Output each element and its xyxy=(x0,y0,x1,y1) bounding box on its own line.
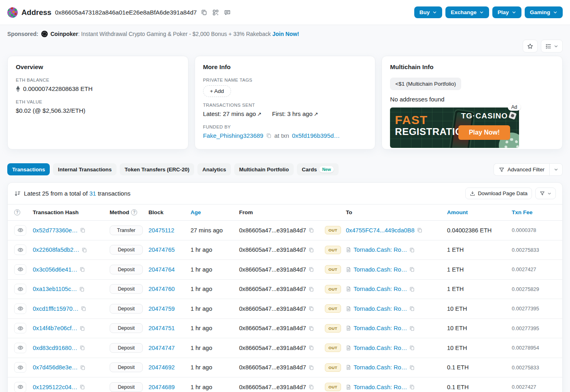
txn-hash-link[interactable]: 0x1295122c04… xyxy=(33,384,77,390)
tab-token-transfers-erc-20-[interactable]: Token Transfers (ERC-20) xyxy=(120,163,194,175)
copy-icon[interactable] xyxy=(82,247,87,253)
copy-icon[interactable] xyxy=(417,228,422,233)
copy-icon[interactable] xyxy=(409,384,415,390)
preview-txn-button[interactable] xyxy=(14,284,26,294)
to-address-link[interactable]: Tornado.Cash: Ro… xyxy=(354,247,407,253)
preview-txn-button[interactable] xyxy=(14,323,26,333)
external-link-icon[interactable]: ↗ xyxy=(257,111,262,117)
table-filter-button[interactable] xyxy=(535,188,556,199)
to-address-link[interactable]: 0x4755FC74...449cda0B8 xyxy=(346,227,415,234)
favorite-button[interactable] xyxy=(523,40,538,53)
preview-txn-button[interactable] xyxy=(14,264,26,275)
preview-txn-button[interactable] xyxy=(14,343,26,353)
copy-address-icon[interactable] xyxy=(200,8,208,16)
txn-hash-link[interactable]: 0xa13eb1105c… xyxy=(33,286,77,292)
copy-icon[interactable] xyxy=(80,228,85,233)
block-link[interactable]: 20474689 xyxy=(148,384,175,390)
copy-icon[interactable] xyxy=(409,287,415,292)
to-address-link[interactable]: Tornado.Cash: Ro… xyxy=(354,266,407,273)
block-link[interactable]: 20474751 xyxy=(148,325,175,331)
preview-txn-button[interactable] xyxy=(14,244,26,255)
txn-hash-link[interactable]: 0x22608fa5db2… xyxy=(33,247,79,253)
to-address-link[interactable]: Tornado.Cash: Ro… xyxy=(354,325,407,331)
ad-banner[interactable]: FAST REGISTRATION TG·CASINO Play Now! xyxy=(390,107,519,148)
copy-icon[interactable] xyxy=(80,326,85,331)
copy-icon[interactable] xyxy=(79,287,85,292)
preview-txn-button[interactable] xyxy=(14,362,26,373)
download-page-data-button[interactable]: Download Page Data xyxy=(465,188,532,199)
copy-icon[interactable] xyxy=(81,306,86,311)
funder-link[interactable]: Fake_Phishing323689 xyxy=(203,132,263,139)
copy-funder-icon[interactable] xyxy=(266,133,271,138)
gaming-dropdown-button[interactable]: Gaming xyxy=(525,6,563,18)
copy-icon[interactable] xyxy=(80,345,85,350)
multichain-portfolio-badge[interactable]: <$1 (Multichain Portfolio) xyxy=(390,78,461,90)
exchange-dropdown-button[interactable]: Exchange xyxy=(445,6,489,18)
tab-cards[interactable]: CardsNew xyxy=(297,163,339,175)
copy-icon[interactable] xyxy=(309,306,314,311)
copy-icon[interactable] xyxy=(409,306,415,311)
external-link-icon[interactable]: ↗ xyxy=(314,111,318,117)
to-address-link[interactable]: Tornado.Cash: Ro… xyxy=(354,345,407,351)
preview-txn-button[interactable] xyxy=(14,225,26,236)
sponsored-cta-link[interactable]: Join Now! xyxy=(272,31,299,37)
preview-txn-button[interactable] xyxy=(14,303,26,314)
preview-txn-button[interactable] xyxy=(14,382,26,392)
txn-hash-link[interactable]: 0x3c056d6e41… xyxy=(33,266,77,273)
copy-icon[interactable] xyxy=(309,345,314,350)
col-txn-fee[interactable]: Txn Fee xyxy=(512,209,556,215)
block-link[interactable]: 20474759 xyxy=(148,306,175,312)
copy-icon[interactable] xyxy=(309,228,314,233)
view-options-button[interactable] xyxy=(541,40,563,53)
copy-icon[interactable] xyxy=(80,384,85,390)
copy-icon[interactable] xyxy=(309,287,314,292)
txn-hash-link[interactable]: 0xcd1fffc15970… xyxy=(33,306,78,312)
tab-internal-transactions[interactable]: Internal Transactions xyxy=(53,163,117,175)
block-link[interactable]: 20474765 xyxy=(148,247,175,253)
tab-transactions[interactable]: Transactions xyxy=(7,163,50,175)
copy-icon[interactable] xyxy=(309,365,314,370)
advanced-filter-button[interactable]: Advanced Filter xyxy=(494,163,549,176)
copy-icon[interactable] xyxy=(80,267,85,272)
comment-icon[interactable] xyxy=(223,8,231,17)
add-name-tag-button[interactable]: + Add xyxy=(203,85,231,97)
total-transactions-link[interactable]: 31 xyxy=(89,190,96,197)
copy-icon[interactable] xyxy=(309,267,314,272)
to-address-link[interactable]: Tornado.Cash: Ro… xyxy=(354,384,407,390)
txn-hash-link[interactable]: 0xd83cd91680… xyxy=(33,345,77,351)
copy-icon[interactable] xyxy=(409,326,415,331)
to-address-link[interactable]: Tornado.Cash: Ro… xyxy=(354,286,407,292)
block-link[interactable]: 20474760 xyxy=(148,286,175,292)
advanced-filter-caret-button[interactable] xyxy=(549,163,563,176)
funding-txn-link[interactable]: 0x5fd196b395d… xyxy=(292,132,340,139)
block-link[interactable]: 20474747 xyxy=(148,345,175,351)
first-txn-value[interactable]: 3 hrs ago xyxy=(287,110,313,117)
to-address-link[interactable]: Tornado.Cash: Ro… xyxy=(354,364,407,371)
block-link[interactable]: 20474692 xyxy=(148,364,175,371)
tab-analytics[interactable]: Analytics xyxy=(197,163,231,175)
copy-icon[interactable] xyxy=(409,247,415,253)
help-icon[interactable]: ? xyxy=(131,209,137,215)
copy-icon[interactable] xyxy=(309,384,314,390)
copy-icon[interactable] xyxy=(409,345,415,350)
to-address-link[interactable]: Tornado.Cash: Ro… xyxy=(354,306,407,312)
copy-icon[interactable] xyxy=(309,247,314,253)
col-age[interactable]: Age xyxy=(191,209,239,215)
col-amount[interactable]: Amount xyxy=(447,209,512,215)
buy-dropdown-button[interactable]: Buy xyxy=(414,6,443,18)
latest-txn-value[interactable]: 27 mins ago xyxy=(223,110,256,117)
block-link[interactable]: 20474764 xyxy=(148,266,175,273)
copy-icon[interactable] xyxy=(80,365,85,370)
copy-icon[interactable] xyxy=(409,267,415,272)
help-icon[interactable]: ? xyxy=(14,209,20,215)
copy-icon[interactable] xyxy=(309,326,314,331)
play-dropdown-button[interactable]: Play xyxy=(492,6,521,18)
block-link[interactable]: 20475112 xyxy=(148,227,174,234)
txn-hash-link[interactable]: 0x52d773360e… xyxy=(33,227,78,234)
txn-hash-link[interactable]: 0x14f4b7e06cf… xyxy=(33,325,77,331)
tab-multichain-portfolio[interactable]: Multichain Portfolio xyxy=(234,163,294,175)
qr-code-icon[interactable] xyxy=(212,8,220,17)
play-now-button[interactable]: Play Now! xyxy=(458,125,510,140)
copy-icon[interactable] xyxy=(409,365,415,370)
txn-hash-link[interactable]: 0x7d456d8e3e… xyxy=(33,364,78,371)
